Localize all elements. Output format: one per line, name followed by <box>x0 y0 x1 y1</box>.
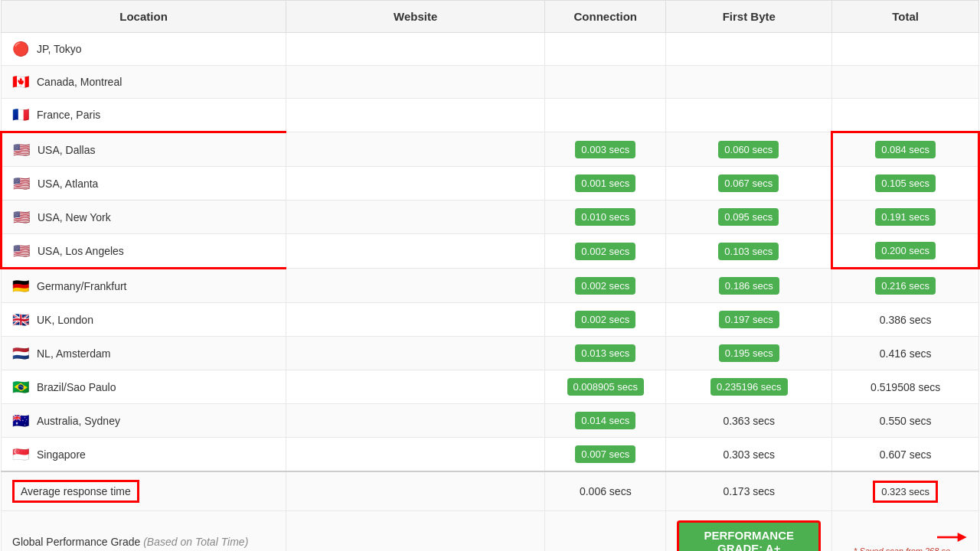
flag-icon: 🇸🇬 <box>12 446 31 463</box>
firstbyte-cell: 0.186 secs <box>666 269 832 303</box>
firstbyte-badge: 0.060 secs <box>718 141 779 158</box>
website-cell <box>286 303 545 337</box>
grade-arrow-cell: * Saved scan from 268 se... <box>832 511 979 552</box>
table-row: 🔴JP, Tokyo <box>2 33 979 66</box>
location-name: Brazil/Sao Paulo <box>37 381 116 393</box>
connection-badge: 0.002 secs <box>575 243 635 260</box>
saved-scan-note: * Saved scan from 268 se... <box>843 546 968 551</box>
firstbyte-cell: 0.095 secs <box>666 201 832 234</box>
connection-badge: 0.002 secs <box>575 311 635 328</box>
avg-website-cell <box>286 471 545 511</box>
total-badge: 0.105 secs <box>875 174 936 192</box>
flag-icon: 🇬🇧 <box>12 311 31 328</box>
firstbyte-cell <box>666 66 832 99</box>
firstbyte-cell: 0.103 secs <box>666 234 832 269</box>
col-header-connection: Connection <box>545 1 666 33</box>
avg-connection-cell: 0.006 secs <box>545 471 666 511</box>
arrow-note <box>843 528 968 546</box>
firstbyte-cell <box>666 99 832 132</box>
website-cell <box>286 234 545 269</box>
table-row: 🇩🇪Germany/Frankfurt0.002 secs0.186 secs0… <box>2 269 979 303</box>
connection-badge: 0.014 secs <box>575 412 635 429</box>
flag-icon: 🇳🇱 <box>12 345 31 362</box>
location-name: USA, New York <box>38 211 111 223</box>
col-header-firstbyte: First Byte <box>666 1 832 33</box>
website-cell <box>286 167 545 201</box>
firstbyte-badge: 0.235196 secs <box>710 378 788 396</box>
firstbyte-cell: 0.060 secs <box>666 132 832 167</box>
firstbyte-badge: 0.095 secs <box>718 208 779 226</box>
connection-cell: 0.002 secs <box>545 269 666 303</box>
connection-badge: 0.003 secs <box>575 141 635 158</box>
connection-badge: 0.001 secs <box>575 174 635 192</box>
connection-badge: 0.007 secs <box>575 445 635 463</box>
total-cell: 0.200 secs <box>832 234 979 269</box>
location-name: NL, Amsterdam <box>37 347 110 360</box>
avg-firstbyte-cell: 0.173 secs <box>666 471 832 511</box>
avg-total-cell: 0.323 secs <box>832 471 979 511</box>
location-name: France, Paris <box>37 109 100 121</box>
connection-badge: 0.010 secs <box>575 208 635 226</box>
firstbyte-cell: 0.197 secs <box>666 303 832 337</box>
location-cell: 🇬🇧UK, London <box>2 303 286 337</box>
connection-badge: 0.002 secs <box>575 277 635 295</box>
location-cell: 🇳🇱NL, Amsterdam <box>2 337 286 370</box>
total-cell: 0.191 secs <box>832 201 979 234</box>
connection-cell <box>545 99 666 132</box>
connection-cell: 0.007 secs <box>545 438 666 472</box>
connection-cell: 0.010 secs <box>545 201 666 234</box>
firstbyte-badge: 0.197 secs <box>719 311 779 328</box>
location-name: Australia, Sydney <box>37 415 120 427</box>
location-name: USA, Dallas <box>38 144 95 156</box>
table-row: 🇸🇬Singapore0.007 secs0.303 secs0.607 sec… <box>2 438 979 472</box>
flag-icon: 🇺🇸 <box>13 209 31 226</box>
location-name: UK, London <box>37 314 93 326</box>
website-cell <box>286 370 545 404</box>
firstbyte-cell: 0.195 secs <box>666 337 832 370</box>
location-cell: 🇫🇷France, Paris <box>2 99 286 132</box>
total-badge: 0.200 secs <box>875 242 936 259</box>
location-cell: 🇩🇪Germany/Frankfurt <box>2 269 286 303</box>
website-cell <box>286 33 545 66</box>
table-row: 🇺🇸USA, Los Angeles0.002 secs0.103 secs0.… <box>2 234 979 269</box>
location-cell: 🇺🇸USA, New York <box>2 201 286 234</box>
total-cell: 0.084 secs <box>832 132 979 167</box>
flag-icon: 🇩🇪 <box>12 278 31 295</box>
location-name: Germany/Frankfurt <box>37 280 126 292</box>
website-cell <box>286 337 545 370</box>
grade-website-cell <box>286 511 545 552</box>
flag-icon: 🔴 <box>12 41 31 57</box>
total-cell: 0.105 secs <box>832 167 979 201</box>
avg-total-value: 0.323 secs <box>873 481 938 503</box>
total-badge: 0.216 secs <box>875 277 936 295</box>
website-cell <box>286 99 545 132</box>
table-row: 🇳🇱NL, Amsterdam0.013 secs0.195 secs0.416… <box>2 337 979 370</box>
firstbyte-badge: 0.103 secs <box>718 243 779 260</box>
average-row: Average response time0.006 secs0.173 sec… <box>2 471 979 511</box>
flag-icon: 🇺🇸 <box>13 243 31 259</box>
website-cell <box>286 132 545 167</box>
table-row: 🇺🇸USA, Atlanta0.001 secs0.067 secs0.105 … <box>2 167 979 201</box>
table-row: 🇫🇷France, Paris <box>2 99 979 132</box>
location-cell: 🔴JP, Tokyo <box>2 33 286 66</box>
location-cell: 🇨🇦Canada, Montreal <box>2 66 286 99</box>
total-cell <box>832 33 979 66</box>
connection-cell: 0.008905 secs <box>545 370 666 404</box>
total-cell: 0.519508 secs <box>832 370 979 404</box>
table-row: 🇧🇷Brazil/Sao Paulo0.008905 secs0.235196 … <box>2 370 979 404</box>
total-badge: 0.084 secs <box>875 141 936 158</box>
col-header-total: Total <box>832 1 979 33</box>
location-name: Canada, Montreal <box>37 76 122 88</box>
connection-cell: 0.001 secs <box>545 167 666 201</box>
total-cell: 0.216 secs <box>832 269 979 303</box>
location-cell: 🇺🇸USA, Los Angeles <box>2 234 286 269</box>
table-row: 🇬🇧UK, London0.002 secs0.197 secs0.386 se… <box>2 303 979 337</box>
website-cell <box>286 201 545 234</box>
firstbyte-cell: 0.235196 secs <box>666 370 832 404</box>
flag-icon: 🇧🇷 <box>12 379 31 396</box>
performance-table: Location Website Connection First Byte T… <box>0 0 980 551</box>
firstbyte-badge: 0.067 secs <box>718 174 779 192</box>
firstbyte-badge: 0.186 secs <box>719 277 779 295</box>
col-header-website: Website <box>286 1 545 33</box>
firstbyte-cell: 0.303 secs <box>666 438 832 472</box>
